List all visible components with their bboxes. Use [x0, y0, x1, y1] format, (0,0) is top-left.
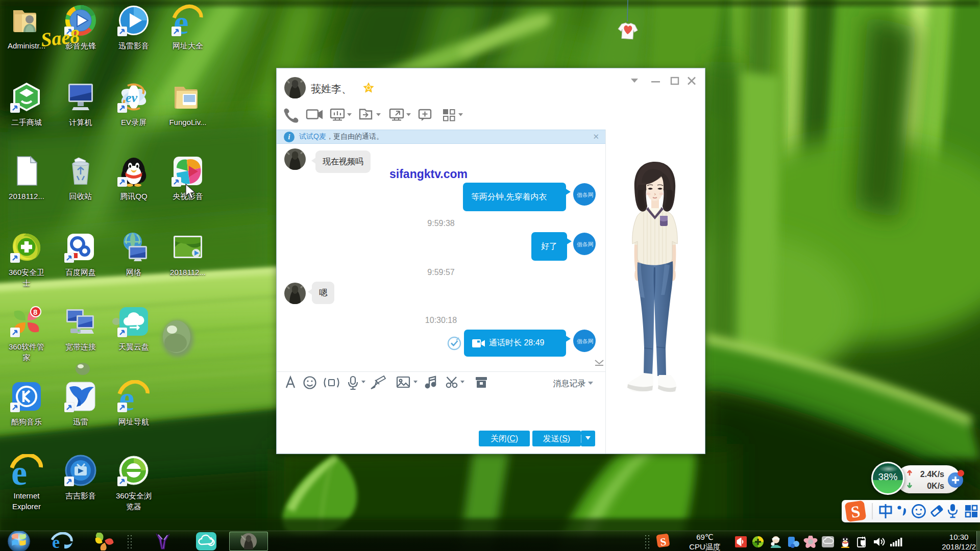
- svg-text:ev: ev: [126, 90, 138, 105]
- svg-text:0K/s: 0K/s: [927, 482, 944, 490]
- svg-text:8: 8: [33, 308, 37, 316]
- svg-text:2.4K/s: 2.4K/s: [920, 470, 944, 479]
